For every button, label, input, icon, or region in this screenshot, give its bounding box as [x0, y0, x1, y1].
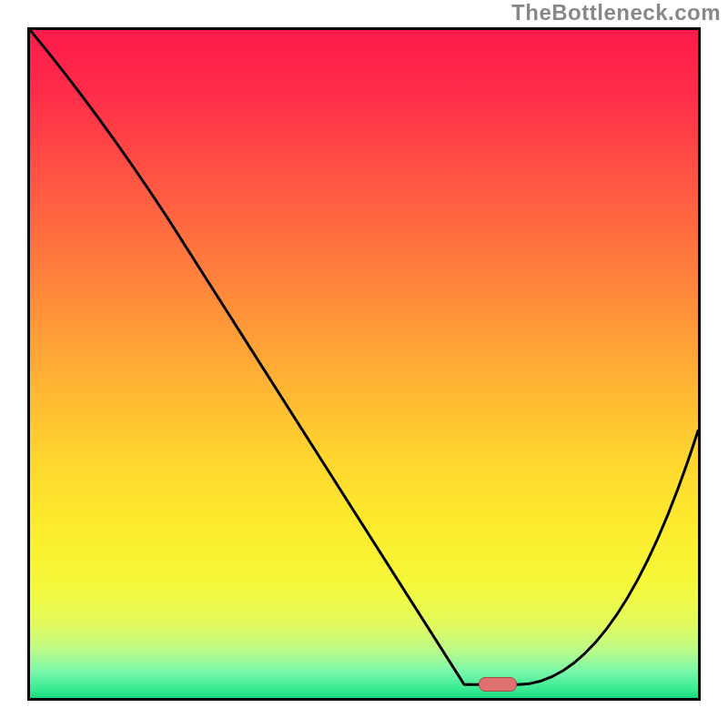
optimal-marker	[479, 677, 517, 692]
curve-line	[30, 30, 698, 698]
watermark-text: TheBottleneck.com	[511, 0, 721, 25]
chart-frame: TheBottleneck.com	[0, 0, 728, 728]
plot-area	[27, 27, 701, 701]
